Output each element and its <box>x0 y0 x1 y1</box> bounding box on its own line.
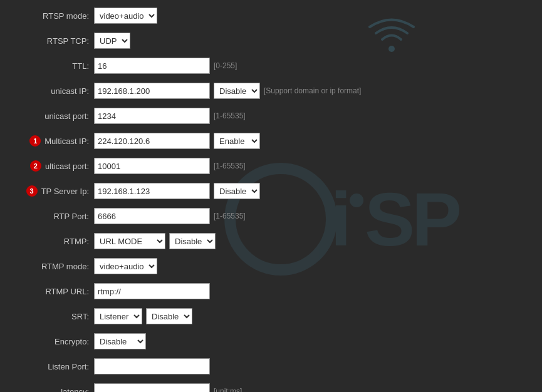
rtmp-mode-controls: video+audio video only audio only <box>94 258 157 274</box>
multicast-port-input[interactable] <box>94 158 210 174</box>
rtp-port-label: RTP Port: <box>13 212 94 221</box>
rtmp-controls: URL MODE STREAM KEY Disable Enable <box>94 233 216 249</box>
rtp-port-controls: [1-65535] <box>94 208 246 224</box>
rtmp-enable-select[interactable]: Disable Enable <box>169 233 216 249</box>
rtmp-mode-row: RTMP mode: video+audio video only audio … <box>13 257 529 276</box>
latency-input[interactable] <box>94 383 210 392</box>
unicast-port-label: unicast port: <box>13 111 94 121</box>
rtmp-mode-select2[interactable]: video+audio video only audio only <box>94 258 157 274</box>
srt-row: SRT: Listener Caller Disable Enable <box>13 307 529 326</box>
multicast-port-hint: [1-65535] <box>214 162 246 170</box>
encrypto-row: Encrypto: Disable AES-128 AES-256 <box>13 332 529 351</box>
ttl-input[interactable] <box>94 58 210 74</box>
srt-enable-select[interactable]: Disable Enable <box>146 308 192 324</box>
rtp-server-ip-row: 3 TP Server Ip: Disable Enable <box>13 182 529 200</box>
rtmp-url-label: RTMP URL: <box>13 287 94 296</box>
ttl-row: TTL: [0-255] <box>13 56 529 75</box>
encrypto-controls: Disable AES-128 AES-256 <box>94 333 146 349</box>
rtp-port-input[interactable] <box>94 208 210 224</box>
listen-port-input[interactable] <box>94 358 210 374</box>
unicast-ip-row: unicast IP: Disable Enable [Support doma… <box>13 81 529 100</box>
rtp-server-ip-controls: Disable Enable <box>94 183 260 199</box>
listen-port-row: Listen Port: <box>13 357 529 376</box>
rtp-port-hint: [1-65535] <box>214 212 246 220</box>
unicast-port-row: unicast port: [1-65535] <box>13 106 529 125</box>
multicast-ip-select[interactable]: Enable Disable <box>214 133 260 149</box>
unicast-port-controls: [1-65535] <box>94 108 246 124</box>
multicast-ip-row: 1 Multicast IP: Enable Disable <box>13 132 529 150</box>
multicast-ip-controls: Enable Disable <box>94 133 260 149</box>
rtmp-mode-select[interactable]: URL MODE STREAM KEY <box>94 233 165 249</box>
unicast-ip-controls: Disable Enable [Support domain or ip for… <box>94 83 361 99</box>
rtsp-mode-row: RTSP mode: video+audio video only audio … <box>13 6 529 25</box>
multicast-ip-input[interactable] <box>94 133 210 149</box>
ttl-controls: [0-255] <box>94 58 237 74</box>
latency-hint: [unit:ms] <box>214 387 242 392</box>
rtsp-tcp-label: RTSP TCP: <box>13 36 94 46</box>
unicast-ip-input[interactable] <box>94 83 210 99</box>
rtmp-label: RTMP: <box>13 237 94 246</box>
ttl-hint: [0-255] <box>214 61 237 70</box>
rtsp-mode-label: RTSP mode: <box>13 11 94 21</box>
ttl-label: TTL: <box>13 61 94 71</box>
latency-controls: [unit:ms] <box>94 383 242 392</box>
rtp-server-ip-input[interactable] <box>94 183 210 199</box>
unicast-ip-hint: [Support domain or ip format] <box>264 86 361 95</box>
multicast-port-controls: [1-65535] <box>94 158 246 174</box>
rtmp-url-input[interactable] <box>94 283 210 299</box>
srt-label: SRT: <box>13 312 94 321</box>
rtmp-url-controls <box>94 283 210 299</box>
multicast-port-badge: 2 <box>30 160 41 172</box>
latency-row: latency: [unit:ms] <box>13 382 529 392</box>
srt-controls: Listener Caller Disable Enable <box>94 308 192 324</box>
srt-mode-select[interactable]: Listener Caller <box>94 308 142 324</box>
rtsp-tcp-row: RTSP TCP: UDP TCP <box>13 31 529 50</box>
latency-label: latency: <box>13 387 94 393</box>
listen-port-controls <box>94 358 210 374</box>
rtmp-row: RTMP: URL MODE STREAM KEY Disable Enable <box>13 232 529 250</box>
encrypto-label: Encrypto: <box>13 337 94 346</box>
multicast-port-row: 2 ulticast port: [1-65535] <box>13 157 529 175</box>
unicast-ip-label: unicast IP: <box>13 86 94 96</box>
rtp-port-row: RTP Port: [1-65535] <box>13 207 529 225</box>
multicast-ip-badge: 1 <box>29 135 41 147</box>
unicast-ip-select[interactable]: Disable Enable <box>214 83 260 99</box>
form-container: RTSP mode: video+audio video only audio … <box>0 0 542 392</box>
rtp-server-ip-select[interactable]: Disable Enable <box>214 183 260 199</box>
rtmp-url-row: RTMP URL: <box>13 282 529 301</box>
listen-port-label: Listen Port: <box>13 362 94 371</box>
rtsp-mode-controls: video+audio video only audio only <box>94 8 157 24</box>
multicast-port-label: 2 ulticast port: <box>13 160 94 172</box>
unicast-port-hint: [1-65535] <box>214 111 246 120</box>
rtp-server-ip-badge: 3 <box>26 185 38 197</box>
rtmp-mode-label: RTMP mode: <box>13 262 94 271</box>
multicast-ip-label: 1 Multicast IP: <box>13 135 94 147</box>
unicast-port-input[interactable] <box>94 108 210 124</box>
rtsp-tcp-select[interactable]: UDP TCP <box>94 33 130 49</box>
rtsp-mode-select[interactable]: video+audio video only audio only <box>94 8 157 24</box>
rtp-server-ip-label: 3 TP Server Ip: <box>13 185 94 197</box>
rtsp-tcp-controls: UDP TCP <box>94 33 130 49</box>
encrypto-select[interactable]: Disable AES-128 AES-256 <box>94 333 146 349</box>
